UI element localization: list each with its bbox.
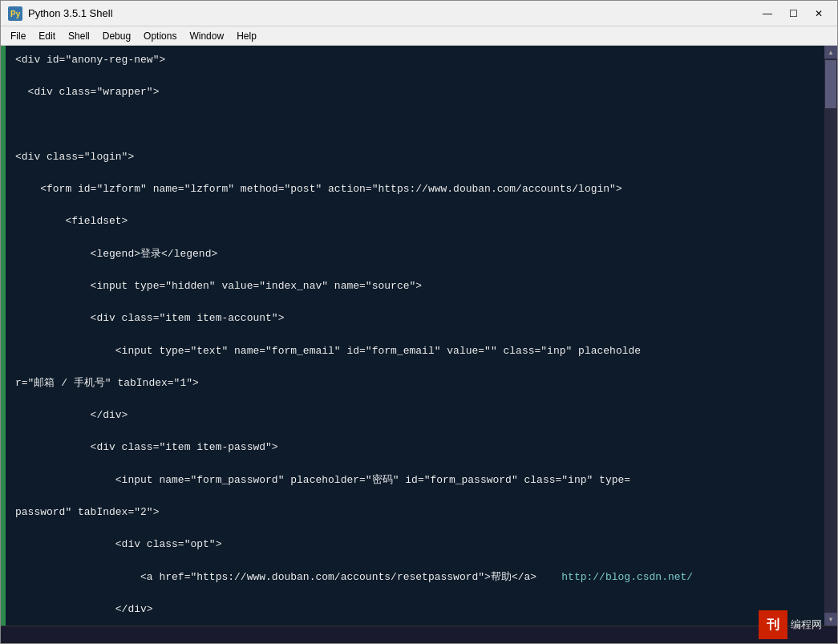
scroll-up-button[interactable]: ▲: [824, 46, 837, 59]
code-line: <div class="wrapper">: [15, 84, 815, 100]
title-bar: Py Python 3.5.1 Shell — ☐ ✕: [1, 1, 837, 26]
scrollbar[interactable]: ▲ ▼: [824, 46, 837, 626]
menu-help[interactable]: Help: [230, 29, 263, 43]
main-window: Py Python 3.5.1 Shell — ☐ ✕ File Edit Sh…: [0, 0, 838, 644]
menu-debug[interactable]: Debug: [96, 29, 137, 43]
minimize-button[interactable]: —: [755, 6, 779, 22]
watermark-text: 编程网: [791, 618, 822, 632]
scrollbar-track[interactable]: [824, 59, 837, 613]
code-line: <fieldset>: [15, 213, 815, 229]
window-title: Python 3.5.1 Shell: [28, 7, 755, 19]
scrollbar-thumb[interactable]: [825, 60, 836, 108]
menu-bar: File Edit Shell Debug Options Window Hel…: [1, 26, 837, 46]
code-line: <form id="lzform" name="lzform" method="…: [15, 181, 815, 197]
code-line: <div class="opt">: [15, 537, 815, 553]
menu-shell[interactable]: Shell: [62, 29, 96, 43]
menu-options[interactable]: Options: [137, 29, 183, 43]
maximize-button[interactable]: ☐: [781, 6, 805, 22]
code-display[interactable]: <div id="anony-reg-new"> <div class="wra…: [6, 46, 824, 626]
code-line: <legend>登录</legend>: [15, 246, 815, 262]
code-line: [15, 117, 815, 133]
window-controls: — ☐ ✕: [755, 6, 831, 22]
content-area: <div id="anony-reg-new"> <div class="wra…: [1, 46, 837, 626]
watermark: 刊 编程网: [759, 610, 822, 639]
code-line: <div id="anony-reg-new">: [15, 52, 815, 68]
code-line: <div class="item item-account">: [15, 310, 815, 326]
code-line: <input type="hidden" value="index_nav" n…: [15, 278, 815, 294]
code-line: r="邮箱 / 手机号" tabIndex="1">: [15, 375, 815, 391]
status-bar: 刊 编程网: [1, 626, 837, 643]
code-line: <div class="item item-passwd">: [15, 439, 815, 456]
code-line: <div class="login">: [15, 149, 815, 165]
code-line: <a href="https://www.douban.com/accounts…: [15, 569, 815, 585]
app-icon: Py: [7, 6, 23, 22]
menu-window[interactable]: Window: [183, 29, 230, 43]
close-button[interactable]: ✕: [807, 6, 831, 22]
code-line: </div>: [15, 601, 815, 618]
watermark-logo: 刊: [759, 610, 787, 639]
scroll-down-button[interactable]: ▼: [824, 613, 837, 626]
menu-file[interactable]: File: [4, 29, 32, 43]
menu-edit[interactable]: Edit: [32, 29, 62, 43]
code-line: </div>: [15, 407, 815, 423]
code-line: <input name="form_password" placeholder=…: [15, 472, 815, 488]
code-line: password" tabIndex="2">: [15, 504, 815, 520]
svg-text:Py: Py: [10, 10, 21, 18]
code-line: <input type="text" name="form_email" id=…: [15, 343, 815, 359]
